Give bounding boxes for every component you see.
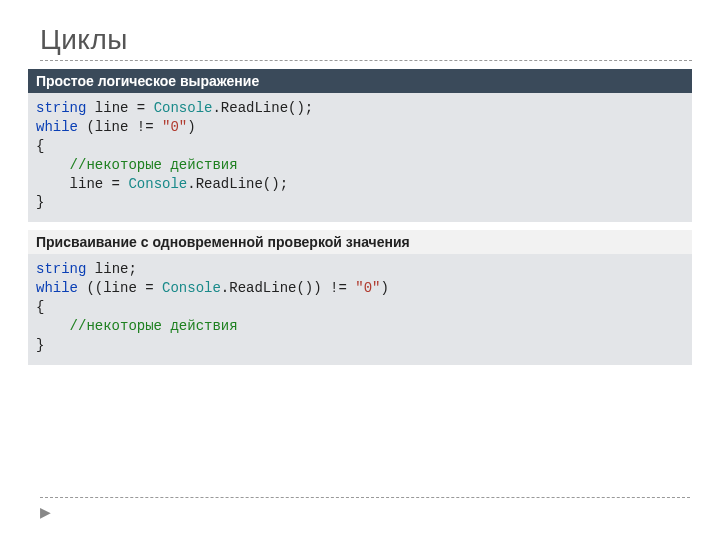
code-token: line = [36,176,128,192]
code-token: //некоторые действия [70,318,238,334]
code-token: { [36,138,44,154]
code-token: while [36,280,78,296]
code-token: "0" [355,280,380,296]
code-token [36,318,70,334]
code-token: //некоторые действия [70,157,238,173]
code-token: ) [187,119,195,135]
section: Присваивание с одновременной проверкой з… [28,230,692,364]
title-divider [40,60,692,61]
code-token [36,157,70,173]
section: Простое логическое выражениеstring line … [28,69,692,222]
code-token: string [36,100,86,116]
code-token: "0" [162,119,187,135]
code-token: Console [154,100,213,116]
section-header: Присваивание с одновременной проверкой з… [28,230,692,254]
code-token: line = [86,100,153,116]
code-block: string line; while ((line = Console.Read… [28,254,692,364]
code-token: string [36,261,86,277]
code-token: ) [380,280,388,296]
code-token: { [36,299,44,315]
code-token: (line != [78,119,162,135]
code-token: while [36,119,78,135]
code-token: ((line = [78,280,162,296]
page-title: Циклы [40,24,692,56]
code-token: .ReadLine()) != [221,280,355,296]
code-token: .ReadLine(); [212,100,313,116]
section-header: Простое логическое выражение [28,69,692,93]
nav-arrow-icon: ▶ [40,504,51,520]
code-token: } [36,194,44,210]
code-token: Console [162,280,221,296]
code-token: Console [128,176,187,192]
code-block: string line = Console.ReadLine(); while … [28,93,692,222]
code-token: } [36,337,44,353]
code-token: line; [86,261,136,277]
code-token: .ReadLine(); [187,176,288,192]
footer-divider [40,497,690,498]
sections-container: Простое логическое выражениеstring line … [28,69,692,365]
slide: Циклы Простое логическое выражениеstring… [0,0,720,365]
title-area: Циклы [40,24,692,61]
